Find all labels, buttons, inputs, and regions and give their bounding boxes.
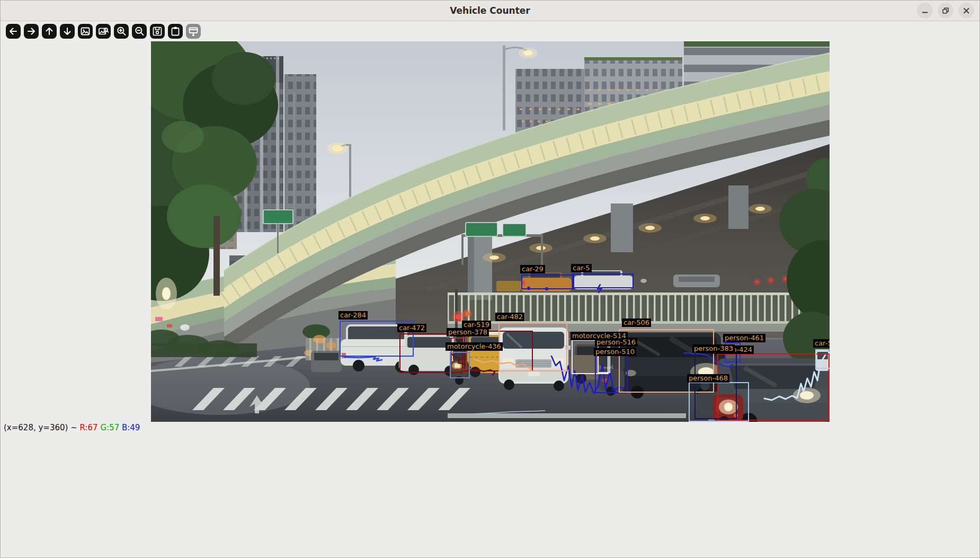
toolbar-button-zoom-x1[interactable] xyxy=(78,24,93,39)
detection-box-car-5 xyxy=(572,273,634,288)
toolbar-button-zoom-out[interactable] xyxy=(132,24,147,39)
pan-left-icon xyxy=(7,25,20,38)
toolbar-button-pan-right[interactable] xyxy=(24,24,39,39)
toolbar-button-zoom-in[interactable] xyxy=(114,24,129,39)
toolbar-button-properties[interactable] xyxy=(186,24,201,39)
detection-box-motorcycle-436 xyxy=(450,352,470,378)
detection-label-car-29: car-29 xyxy=(520,265,545,273)
zoom-out-icon xyxy=(133,25,146,38)
maximize-icon xyxy=(941,6,950,15)
detection-box-person-378 xyxy=(451,338,467,370)
pan-up-icon xyxy=(43,25,56,38)
detection-label-person-510: person-510 xyxy=(594,348,636,356)
toolbar-button-pan-down[interactable] xyxy=(60,24,75,39)
detection-label-person-383: person-383 xyxy=(692,344,735,353)
detection-label-person-424: person-424 xyxy=(711,346,754,354)
detection-label-person-468: person-468 xyxy=(687,374,729,383)
toolbar-button-zoom-x30[interactable] xyxy=(96,24,111,39)
pan-down-icon xyxy=(61,25,74,38)
detection-label-person-461: person-461 xyxy=(723,334,765,342)
detection-box-car-284 xyxy=(340,321,414,357)
detection-box-car-472 xyxy=(399,333,463,373)
close-icon xyxy=(961,6,971,15)
detection-box-car-519 xyxy=(464,331,533,371)
detection-box-car-5 xyxy=(815,349,830,369)
detection-box-motorcycle-514 xyxy=(572,340,609,374)
window-title: Vehicle Counter xyxy=(1,1,979,21)
detection-label-person-378: person-378 xyxy=(447,328,489,336)
detection-label-car-284: car-284 xyxy=(338,311,368,320)
image-icon xyxy=(79,25,92,38)
titlebar: Vehicle Counter xyxy=(1,1,979,21)
window-controls xyxy=(917,3,974,19)
properties-panel-icon xyxy=(187,25,200,38)
toolbar-button-save[interactable] xyxy=(150,24,165,39)
toolbar-button-pan-up[interactable] xyxy=(42,24,57,39)
minimize-button[interactable] xyxy=(917,3,933,19)
detection-label-motorcycle-436: motorcycle-436 xyxy=(446,342,503,351)
detection-box-person-424 xyxy=(717,353,830,421)
detection-box-car-506 xyxy=(619,329,714,393)
detection-box-person-510 xyxy=(595,355,628,393)
detection-label-person-516: person-516 xyxy=(595,338,637,347)
toolbar xyxy=(1,21,979,41)
detection-box-car-29 xyxy=(521,274,574,289)
detection-label-motorcycle-514: motorcycle-514 xyxy=(571,332,628,340)
minimize-icon xyxy=(920,6,930,15)
detection-label-car-5: car-5 xyxy=(813,339,830,348)
image-magnifier-icon xyxy=(97,25,110,38)
detection-label-car-506: car-506 xyxy=(622,318,651,327)
close-button[interactable] xyxy=(958,3,974,19)
vehicle-counter-window: Vehicle Counter xyxy=(0,0,980,558)
blue-value: B:49 xyxy=(122,423,140,432)
green-value: G:57 xyxy=(100,423,119,432)
save-icon xyxy=(151,25,164,38)
detection-box-person-468 xyxy=(689,382,749,422)
red-value: R:67 xyxy=(80,423,98,432)
detection-overlay: car-29car-5car-284car-472car-519person-3… xyxy=(151,41,830,422)
toolbar-button-pan-left[interactable] xyxy=(6,24,21,39)
detection-label-car-5: car-5 xyxy=(571,264,592,272)
detection-box-person-383 xyxy=(694,351,737,419)
detection-label-car-472: car-472 xyxy=(397,324,426,332)
detection-box-person-516 xyxy=(598,341,610,373)
toolbar-button-clipboard[interactable] xyxy=(168,24,183,39)
video-frame[interactable]: car-29car-5car-284car-472car-519person-3… xyxy=(151,41,830,422)
detection-label-car-482: car-482 xyxy=(495,313,524,321)
zoom-in-icon xyxy=(115,25,128,38)
detection-label-car-519: car-519 xyxy=(462,321,491,329)
detection-box-person-461 xyxy=(725,342,741,362)
detection-box-car-482 xyxy=(498,323,567,371)
maximize-button[interactable] xyxy=(938,3,954,19)
pixel-status-readout: (x=628, y=360) ~ R:67 G:57 B:49 xyxy=(4,423,140,432)
pan-right-icon xyxy=(25,25,38,38)
clipboard-icon xyxy=(169,25,182,38)
cursor-position: (x=628, y=360) ~ xyxy=(4,423,77,432)
